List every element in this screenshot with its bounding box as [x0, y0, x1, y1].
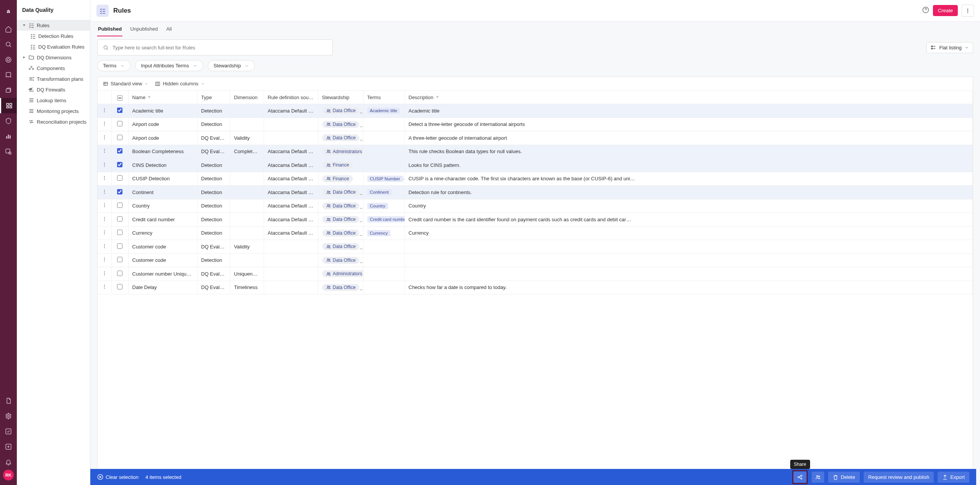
rail-document-icon[interactable] — [0, 393, 17, 408]
row-menu-button[interactable] — [98, 172, 111, 186]
row-menu-button[interactable] — [98, 281, 111, 294]
rail-search-icon[interactable] — [0, 37, 17, 52]
row-menu-button[interactable] — [98, 240, 111, 254]
tab[interactable]: Unpublished — [129, 21, 158, 36]
row-checkbox[interactable] — [117, 189, 122, 194]
sidebar-item[interactable]: Rules — [17, 20, 90, 31]
row-menu-button[interactable] — [98, 199, 111, 213]
rail-target-icon[interactable] — [0, 52, 17, 67]
table-row[interactable]: Date DelayDQ EvaluationTimelinessData Of… — [98, 281, 973, 294]
row-checkbox[interactable] — [117, 216, 122, 222]
table-row[interactable]: Airport codeDQ EvaluationValidityData Of… — [98, 131, 973, 145]
sidebar-item[interactable]: Detection Rules — [17, 31, 90, 41]
col-name[interactable]: Name — [128, 91, 197, 104]
view-switcher[interactable]: Standard view — [103, 81, 148, 87]
rail-folders-icon[interactable] — [0, 83, 17, 98]
cell-stewardship: Administrators — [318, 267, 363, 281]
svg-point-76 — [104, 244, 105, 245]
assign-users-button[interactable] — [812, 472, 824, 483]
col-terms[interactable]: Terms — [363, 91, 404, 104]
user-avatar[interactable]: RK — [3, 470, 14, 480]
col-description[interactable]: Description — [404, 91, 973, 104]
rail-shield-icon[interactable] — [0, 113, 17, 129]
table-row[interactable]: Boolean CompletenessDQ EvaluationComplet… — [98, 145, 973, 158]
search-input[interactable] — [113, 45, 327, 51]
delete-button[interactable]: Delete — [828, 472, 860, 483]
sidebar-item[interactable]: Lookup items — [17, 95, 90, 106]
row-menu-button[interactable] — [98, 213, 111, 227]
rail-inspect-icon[interactable] — [0, 144, 17, 159]
tab[interactable]: Published — [97, 21, 122, 36]
table-row[interactable]: CurrencyDetectionAtaccama Default RulesD… — [98, 226, 973, 240]
view-mode-select[interactable]: Flat listing — [926, 42, 973, 53]
table-row[interactable]: Academic titleDetectionAtaccama Default … — [98, 104, 973, 118]
table-row[interactable]: ContinentDetectionAtaccama Default Rules… — [98, 186, 973, 199]
search-box[interactable] — [97, 39, 333, 56]
row-checkbox[interactable] — [117, 148, 122, 154]
rail-check-icon[interactable] — [0, 424, 17, 439]
rail-book-icon[interactable] — [0, 67, 17, 83]
rail-bell-icon[interactable] — [0, 454, 17, 470]
rail-settings-icon[interactable] — [0, 408, 17, 424]
sidebar-item[interactable]: Components — [17, 63, 90, 73]
row-menu-button[interactable] — [98, 104, 111, 118]
row-menu-button[interactable] — [98, 158, 111, 172]
sidebar-item[interactable]: Transformation plans — [17, 73, 90, 84]
clear-selection-button[interactable]: Clear selection — [97, 474, 139, 480]
row-menu-button[interactable] — [98, 118, 111, 131]
row-checkbox[interactable] — [117, 135, 122, 140]
row-checkbox[interactable] — [117, 162, 122, 167]
filter-pill[interactable]: Stewardship — [208, 60, 255, 71]
row-checkbox[interactable] — [117, 202, 122, 208]
row-checkbox[interactable] — [117, 243, 122, 249]
filter-pill[interactable]: Terms — [97, 60, 130, 71]
row-menu-button[interactable] — [98, 131, 111, 145]
sidebar-item[interactable]: Monitoring projects — [17, 106, 90, 116]
rail-chart-icon[interactable] — [0, 129, 17, 144]
table-row[interactable]: Customer codeDQ EvaluationValidityData O… — [98, 240, 973, 254]
rail-home-icon[interactable] — [0, 21, 17, 37]
sidebar-item[interactable]: Reconciliation projects — [17, 116, 90, 127]
hidden-columns[interactable]: Hidden columns — [155, 81, 204, 87]
svg-point-65 — [329, 205, 330, 206]
filter-pill[interactable]: Input Attributes Terms — [135, 60, 203, 71]
col-source[interactable]: Rule definition source — [264, 91, 318, 104]
col-dimension[interactable]: Dimension — [230, 91, 264, 104]
select-all-checkbox[interactable] — [111, 91, 128, 104]
sidebar-item[interactable]: </>DQ Firewalls — [17, 84, 90, 95]
help-icon[interactable] — [922, 7, 929, 15]
table-row[interactable]: Customer number UniquenessDQ EvaluationU… — [98, 267, 973, 281]
table-row[interactable]: Customer codeDetectionData Office — [98, 253, 973, 267]
col-type[interactable]: Type — [197, 91, 230, 104]
share-button[interactable] — [794, 472, 806, 483]
cell-dimension — [230, 104, 264, 118]
row-checkbox[interactable] — [117, 175, 122, 181]
create-button[interactable]: Create — [933, 5, 958, 16]
row-checkbox[interactable] — [117, 257, 122, 262]
sidebar-item[interactable]: DQ Dimensions — [17, 52, 90, 63]
sidebar-item[interactable]: DQ Evaluation Rules — [17, 41, 90, 52]
col-stewardship[interactable]: Stewardship — [318, 91, 363, 104]
row-menu-button[interactable] — [98, 145, 111, 158]
table-row[interactable]: CUSIP DetectionDetectionAtaccama Default… — [98, 172, 973, 186]
row-menu-button[interactable] — [98, 186, 111, 199]
more-button[interactable] — [962, 5, 974, 17]
tab[interactable]: All — [165, 21, 172, 36]
table-row[interactable]: Credit card numberDetectionAtaccama Defa… — [98, 213, 973, 227]
table-row[interactable]: CINS DetectionDetectionAtaccama Default … — [98, 158, 973, 172]
cell-stewardship: Data Office — [318, 186, 363, 199]
export-button[interactable]: Export — [938, 472, 969, 483]
rail-plus-icon[interactable] — [0, 439, 17, 454]
row-checkbox[interactable] — [117, 108, 122, 113]
row-menu-button[interactable] — [98, 253, 111, 267]
table-row[interactable]: CountryDetectionAtaccama Default RulesDa… — [98, 199, 973, 213]
row-checkbox[interactable] — [117, 121, 122, 126]
row-menu-button[interactable] — [98, 267, 111, 281]
row-checkbox[interactable] — [117, 271, 122, 276]
rail-data-quality-icon[interactable] — [0, 98, 17, 113]
row-checkbox[interactable] — [117, 284, 122, 289]
request-review-button[interactable]: Request review and publish — [864, 472, 934, 483]
table-row[interactable]: Airport codeDetectionData OfficeDetect a… — [98, 118, 973, 131]
row-menu-button[interactable] — [98, 226, 111, 240]
row-checkbox[interactable] — [117, 230, 122, 235]
